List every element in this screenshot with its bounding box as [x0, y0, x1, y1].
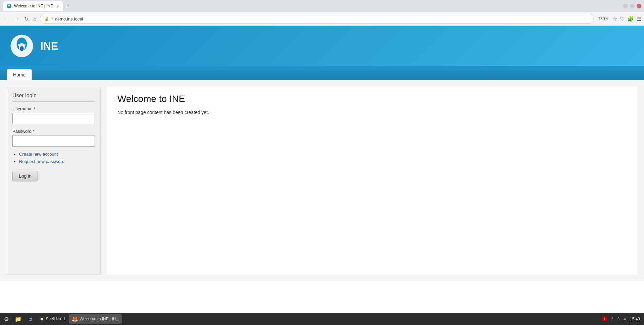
new-tab-button[interactable]: +	[64, 3, 72, 10]
main-content: Welcome to INE No front page content has…	[107, 87, 637, 275]
info-icon: ℹ	[51, 16, 53, 21]
svg-point-6	[20, 46, 23, 51]
list-item: Create new account	[19, 151, 95, 157]
main-navigation: Home	[0, 66, 644, 80]
site-name: INE	[40, 40, 58, 52]
password-label: Password *	[12, 129, 95, 134]
create-account-link[interactable]: Create new account	[19, 152, 58, 157]
page-title: Welcome to INE	[117, 94, 627, 104]
security-icon: 🔒	[44, 16, 49, 21]
zoom-level: 180%	[596, 16, 610, 21]
tab-favicon-icon	[7, 4, 11, 8]
password-group: Password *	[12, 129, 95, 147]
extensions-icon[interactable]: 🧩	[627, 16, 634, 22]
back-button[interactable]: ←	[3, 14, 11, 23]
minimize-button[interactable]	[623, 4, 628, 8]
login-button[interactable]: Log in	[12, 171, 38, 181]
heart-icon[interactable]: ♡	[620, 16, 625, 22]
browser-toolbar: ← → ↻ ⌂ 🔒 ℹ demo.ine.local 180% ☆ ♡ 🧩 ☰	[0, 12, 644, 25]
menu-icon[interactable]: ☰	[637, 16, 641, 22]
browser-titlebar: Welcome to INE | INE ✕ +	[0, 0, 644, 12]
svg-point-8	[24, 44, 26, 46]
sidebar: User login Username * Password * Create …	[7, 87, 101, 275]
site-header: INE	[0, 26, 644, 66]
address-bar[interactable]: 🔒 ℹ demo.ine.local	[40, 14, 594, 24]
tab-title: Welcome to INE | INE	[14, 4, 53, 8]
home-button[interactable]: ⌂	[32, 14, 38, 23]
sidebar-title: User login	[12, 93, 95, 102]
nav-item-home[interactable]: Home	[7, 69, 32, 80]
request-password-link[interactable]: Request new password	[19, 159, 64, 164]
password-required-star: *	[33, 129, 35, 134]
username-required-star: *	[34, 107, 36, 111]
username-input[interactable]	[12, 113, 95, 124]
url-text: demo.ine.local	[55, 16, 590, 21]
forward-button[interactable]: →	[13, 14, 21, 23]
tab-close-button[interactable]: ✕	[56, 4, 59, 8]
maximize-button[interactable]	[630, 4, 635, 8]
list-item: Request new password	[19, 159, 95, 164]
toolbar-icons: ☆ ♡ 🧩 ☰	[612, 16, 641, 22]
svg-point-2	[8, 6, 10, 7]
svg-point-7	[18, 44, 20, 46]
browser-tab[interactable]: Welcome to INE | INE ✕	[3, 1, 63, 11]
browser-chrome: Welcome to INE | INE ✕ + ← → ↻ ⌂ 🔒 ℹ dem…	[0, 0, 644, 26]
site-logo	[10, 34, 34, 58]
close-window-button[interactable]	[637, 4, 641, 8]
reload-button[interactable]: ↻	[23, 14, 30, 23]
bookmark-icon[interactable]: ☆	[612, 16, 617, 22]
page-body: User login Username * Password * Create …	[0, 80, 644, 281]
username-group: Username *	[12, 106, 95, 124]
username-label: Username *	[12, 106, 95, 111]
welcome-text: No front page content has been created y…	[117, 110, 627, 115]
sidebar-links: Create new account Request new password	[12, 151, 95, 164]
password-input[interactable]	[12, 135, 95, 147]
